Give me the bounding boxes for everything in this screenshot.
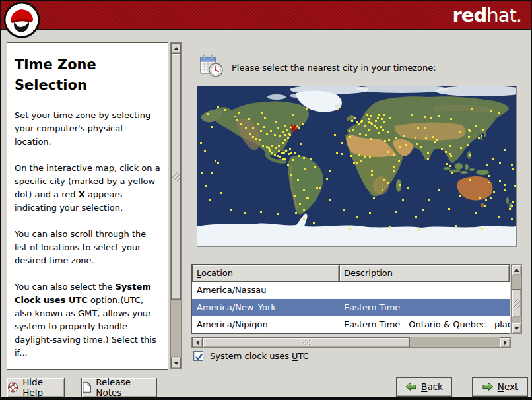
map-city-dot[interactable]	[303, 218, 305, 220]
map-city-dot[interactable]	[300, 143, 302, 145]
map-city-dot[interactable]	[380, 126, 382, 128]
map-city-dot[interactable]	[304, 168, 306, 170]
map-city-dot[interactable]	[490, 110, 492, 112]
map-city-dot[interactable]	[360, 121, 362, 123]
map-city-dot[interactable]	[352, 129, 354, 131]
map-city-dot[interactable]	[302, 123, 304, 125]
map-city-dot[interactable]	[271, 145, 273, 147]
map-city-dot[interactable]	[281, 152, 283, 154]
map-city-dot[interactable]	[234, 116, 236, 117]
map-city-dot[interactable]	[359, 133, 361, 135]
map-city-dot[interactable]	[204, 150, 206, 152]
map-city-dot[interactable]	[211, 172, 213, 174]
map-city-dot[interactable]	[307, 197, 309, 199]
scroll-left-button[interactable]	[192, 337, 203, 347]
map-city-dot[interactable]	[451, 172, 453, 174]
map-city-dot[interactable]	[201, 172, 203, 174]
table-horizontal-scrollbar[interactable]	[191, 337, 511, 348]
map-city-dot[interactable]	[356, 216, 358, 218]
map-city-dot[interactable]	[460, 147, 462, 149]
map-city-dot[interactable]	[289, 148, 291, 150]
map-city-dot[interactable]	[371, 174, 373, 176]
map-city-dot[interactable]	[358, 154, 360, 156]
map-city-dot[interactable]	[407, 187, 409, 189]
map-city-dot[interactable]	[504, 189, 506, 191]
map-city-dot[interactable]	[455, 225, 457, 227]
map-city-dot[interactable]	[512, 168, 514, 170]
map-city-dot[interactable]	[295, 212, 297, 214]
map-city-dot[interactable]	[416, 143, 418, 145]
map-city-dot[interactable]	[427, 158, 429, 160]
cell-description[interactable]: Eastern Time	[339, 299, 510, 316]
map-city-dot[interactable]	[282, 131, 284, 133]
map-city-dot[interactable]	[398, 160, 400, 162]
map-city-dot[interactable]	[422, 209, 424, 211]
map-city-dot[interactable]	[260, 211, 262, 213]
map-city-dot[interactable]	[438, 189, 440, 191]
map-city-dot[interactable]	[399, 146, 401, 148]
map-city-dot[interactable]	[356, 162, 358, 164]
map-city-dot[interactable]	[257, 123, 259, 125]
map-city-dot[interactable]	[369, 212, 371, 214]
map-city-dot[interactable]	[499, 180, 501, 182]
map-city-dot[interactable]	[209, 199, 211, 201]
map-city-dot[interactable]	[292, 114, 294, 116]
scroll-down-button[interactable]	[171, 358, 181, 368]
table-row[interactable]: America/Nassau	[192, 282, 510, 299]
map-city-dot[interactable]	[337, 108, 339, 110]
map-city-dot[interactable]	[370, 122, 372, 124]
table-vertical-scrollbar[interactable]	[511, 264, 522, 334]
map-city-dot[interactable]	[459, 131, 461, 133]
map-city-dot[interactable]	[420, 146, 422, 148]
next-button[interactable]: Next	[472, 377, 528, 397]
map-city-dot[interactable]	[284, 158, 286, 160]
map-city-dot[interactable]	[278, 145, 280, 147]
map-city-dot[interactable]	[286, 129, 288, 131]
map-city-dot[interactable]	[368, 129, 370, 131]
map-city-dot[interactable]	[475, 212, 477, 214]
map-city-dot[interactable]	[488, 175, 490, 177]
map-city-dot[interactable]	[436, 139, 438, 141]
map-city-dot[interactable]	[245, 127, 247, 129]
map-city-dot[interactable]	[274, 154, 276, 156]
map-city-dot[interactable]	[349, 228, 351, 230]
world-map[interactable]: X	[197, 86, 517, 247]
map-city-dot[interactable]	[499, 162, 501, 164]
map-city-dot[interactable]	[205, 185, 207, 187]
map-city-dot[interactable]	[388, 139, 390, 141]
map-city-dot[interactable]	[377, 117, 379, 119]
map-city-dot[interactable]	[387, 131, 389, 133]
map-city-dot[interactable]	[378, 132, 380, 134]
map-city-dot[interactable]	[381, 118, 383, 120]
map-city-dot[interactable]	[287, 137, 289, 139]
map-city-dot[interactable]	[376, 127, 378, 129]
map-city-dot[interactable]	[427, 152, 429, 154]
map-city-dot[interactable]	[294, 195, 296, 197]
map-city-dot[interactable]	[387, 151, 389, 153]
map-city-dot[interactable]	[288, 153, 290, 155]
map-city-dot[interactable]	[371, 170, 373, 172]
map-city-dot[interactable]	[403, 135, 405, 137]
map-city-dot[interactable]	[303, 157, 305, 159]
map-city-dot[interactable]	[298, 155, 300, 157]
map-city-dot[interactable]	[264, 117, 266, 119]
map-city-dot[interactable]	[279, 135, 281, 137]
map-city-dot[interactable]	[303, 189, 305, 191]
map-city-dot[interactable]	[484, 205, 486, 207]
map-city-dot[interactable]	[369, 156, 371, 158]
map-city-dot[interactable]	[375, 120, 377, 122]
map-city-dot[interactable]	[261, 112, 263, 114]
map-city-dot[interactable]	[284, 125, 286, 127]
map-city-dot[interactable]	[366, 114, 368, 116]
map-city-dot[interactable]	[415, 137, 416, 139]
map-city-dot[interactable]	[482, 129, 484, 131]
map-city-dot[interactable]	[364, 156, 366, 158]
help-scrollbar[interactable]	[170, 42, 182, 369]
map-city-dot[interactable]	[282, 142, 284, 144]
cell-description[interactable]	[339, 282, 510, 299]
map-city-dot[interactable]	[217, 162, 219, 164]
map-city-dot[interactable]	[263, 126, 265, 128]
map-city-dot[interactable]	[353, 162, 355, 164]
map-city-dot[interactable]	[383, 121, 385, 123]
map-city-dot[interactable]	[425, 137, 427, 139]
